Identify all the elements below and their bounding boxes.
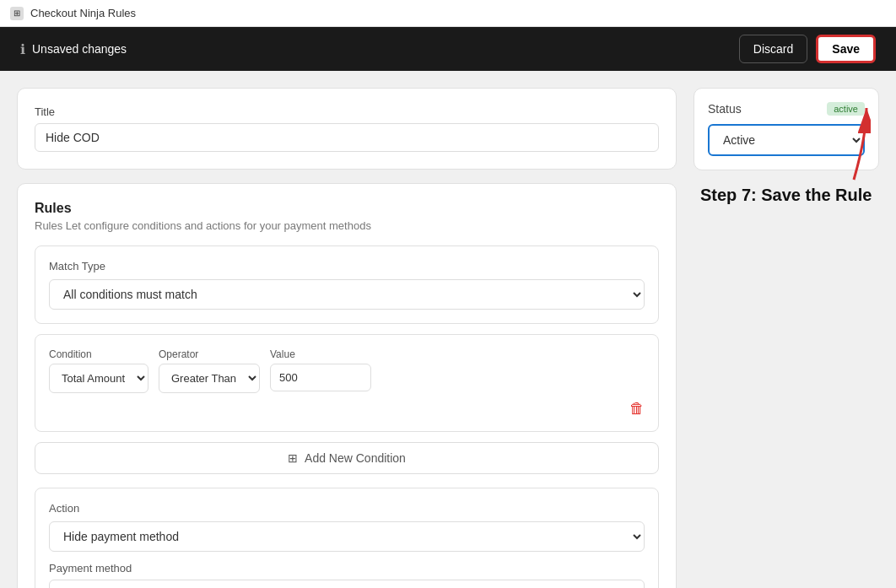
- title-card: Title: [17, 88, 677, 170]
- action-select[interactable]: Hide payment method Show payment method: [49, 521, 645, 552]
- app-title: Checkout Ninja Rules: [30, 7, 136, 19]
- title-bar: ⊞ Checkout Ninja Rules: [0, 0, 896, 27]
- unsaved-changes-notice: ℹ Unsaved changes: [20, 41, 127, 57]
- action-label: Action: [49, 502, 645, 515]
- discard-button[interactable]: Discard: [739, 35, 807, 63]
- right-column: Status active Active Inactive Step 7: Sa…: [694, 88, 879, 571]
- info-icon: ℹ: [20, 41, 25, 57]
- status-title: Status: [708, 102, 742, 116]
- payment-method-label: Payment method: [49, 562, 645, 575]
- operator-label: Operator: [159, 348, 260, 360]
- value-field: Value: [270, 348, 371, 391]
- add-condition-label: Add New Condition: [305, 451, 406, 465]
- payment-method-input[interactable]: [49, 580, 645, 588]
- left-column: Title Rules Rules Let configure conditio…: [17, 88, 677, 571]
- save-button[interactable]: Save: [816, 35, 876, 63]
- save-arrow-svg: [803, 100, 871, 184]
- rules-card: Rules Rules Let configure conditions and…: [17, 183, 677, 588]
- top-bar-actions: Discard Save: [739, 35, 876, 63]
- rules-description: Rules Let configure conditions and actio…: [35, 219, 659, 232]
- condition-label: Condition: [49, 348, 148, 360]
- operator-select[interactable]: Greater Than Less Than: [159, 364, 260, 393]
- condition-area: Condition Total Amount Operator Greater …: [35, 334, 659, 432]
- step-annotation: Step 7: Save the Rule: [694, 184, 879, 206]
- top-bar: ℹ Unsaved changes Discard Save: [0, 27, 896, 71]
- match-type-container: Match Type All conditions must match Any…: [35, 245, 659, 324]
- app-icon: ⊞: [10, 7, 24, 20]
- condition-select[interactable]: Total Amount: [49, 364, 148, 393]
- main-layout: Title Rules Rules Let configure conditio…: [0, 71, 896, 588]
- value-input[interactable]: [270, 364, 371, 391]
- value-label: Value: [270, 348, 371, 360]
- title-label: Title: [35, 105, 659, 118]
- unsaved-label: Unsaved changes: [32, 42, 127, 56]
- step-text: Step 7: Save the Rule: [700, 186, 872, 204]
- match-type-label: Match Type: [49, 260, 645, 272]
- action-area: Action Hide payment method Show payment …: [35, 488, 659, 588]
- condition-row: Condition Total Amount Operator Greater …: [49, 348, 645, 393]
- match-type-select[interactable]: All conditions must match Any condition …: [49, 279, 645, 310]
- operator-field: Operator Greater Than Less Than: [159, 348, 260, 393]
- rules-heading: Rules: [35, 201, 659, 216]
- delete-icon: 🗑: [629, 400, 645, 418]
- title-input[interactable]: [35, 123, 659, 152]
- delete-condition-button[interactable]: 🗑: [49, 393, 645, 418]
- add-condition-button[interactable]: ⊞ Add New Condition: [35, 442, 659, 474]
- add-condition-icon: ⊞: [288, 451, 298, 465]
- condition-field: Condition Total Amount: [49, 348, 148, 393]
